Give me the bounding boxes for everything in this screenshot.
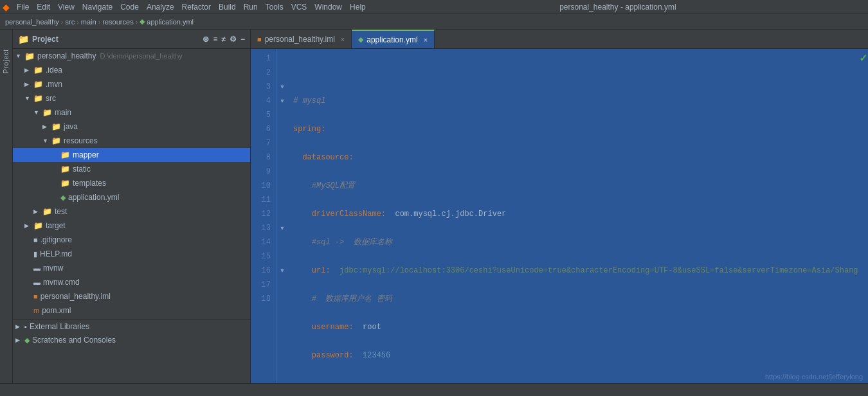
sidebar-item-static[interactable]: 📁 static bbox=[13, 162, 250, 176]
arrow-right-icon: ▶ bbox=[42, 123, 51, 130]
iml-tab-close[interactable]: × bbox=[341, 35, 345, 43]
sidebar-item-yml[interactable]: ◆ application.yml bbox=[13, 190, 250, 204]
sidebar-item-gitignore[interactable]: ■ .gitignore bbox=[13, 233, 250, 247]
git-label: .gitignore bbox=[41, 235, 72, 244]
mapper-folder-icon: 📁 bbox=[60, 150, 70, 159]
project-path: D:\demo\personal_healthy bbox=[100, 52, 182, 60]
tab-bar: ■ personal_healthy.iml × ◆ application.y… bbox=[251, 30, 868, 49]
templates-folder-icon: 📁 bbox=[60, 179, 70, 188]
pom-label: pom.xml bbox=[42, 306, 71, 315]
sidebar-item-mvn[interactable]: ▶ 📁 .mvn bbox=[13, 77, 250, 91]
test-folder-icon: 📁 bbox=[42, 207, 52, 216]
sidebar-item-resources[interactable]: ▼ 📁 resources bbox=[13, 134, 250, 148]
breadcrumb-yml-icon: ◆ bbox=[140, 17, 145, 26]
breadcrumb-project[interactable]: personal_healthy bbox=[5, 18, 59, 26]
main-folder-icon: 📁 bbox=[42, 108, 52, 117]
sidebar-item-java[interactable]: ▶ 📁 java bbox=[13, 120, 250, 134]
project-tab-label[interactable]: Project bbox=[3, 49, 10, 73]
tab-iml[interactable]: ■ personal_healthy.iml × bbox=[251, 30, 352, 48]
status-bar bbox=[0, 383, 868, 396]
target-folder-icon: 📁 bbox=[33, 221, 43, 230]
breadcrumb-sep4: › bbox=[136, 18, 138, 26]
project-name: personal_healthy bbox=[37, 51, 96, 60]
arrow-down-icon: ▼ bbox=[24, 95, 33, 102]
sidebar-item-iml[interactable]: ■ personal_healthy.iml bbox=[13, 289, 250, 303]
breadcrumb-yml[interactable]: application.yml bbox=[147, 18, 194, 26]
settings-icon[interactable]: ⚙ bbox=[230, 35, 237, 44]
resources-label: resources bbox=[64, 136, 98, 145]
arrow-down-icon: ▼ bbox=[33, 109, 42, 116]
java-label: java bbox=[64, 122, 78, 131]
menu-analyze[interactable]: Analyze bbox=[143, 3, 177, 12]
yml-tab-close[interactable]: × bbox=[424, 36, 428, 44]
code-line-9: # 数据库用户名 密码 bbox=[293, 292, 853, 306]
menu-build[interactable]: Build bbox=[215, 3, 239, 12]
menu-run[interactable]: Run bbox=[240, 3, 261, 12]
watermark: https://blog.csdn.net/jefferylong bbox=[765, 373, 863, 381]
breadcrumb-sep3: › bbox=[98, 18, 101, 26]
breadcrumb-sep1: › bbox=[61, 18, 64, 26]
idea-label: .idea bbox=[46, 66, 62, 75]
sidebar-item-mvnwcmd[interactable]: ▬ mvnw.cmd bbox=[13, 275, 250, 289]
check-mark-icon: ✓ bbox=[859, 51, 867, 66]
menu-navigate[interactable]: Navigate bbox=[79, 3, 116, 12]
menu-code[interactable]: Code bbox=[117, 3, 142, 12]
editor-area: ■ personal_healthy.iml × ◆ application.y… bbox=[251, 30, 868, 383]
resources-folder-icon: 📁 bbox=[51, 136, 61, 145]
scroll-from-source-icon[interactable]: ⊛ bbox=[203, 35, 209, 44]
collapse-all-icon[interactable]: ≠ bbox=[221, 35, 226, 44]
static-label: static bbox=[73, 165, 91, 174]
code-line-6: driverClassName: com.mysql.cj.jdbc.Drive… bbox=[293, 207, 853, 221]
test-arrow: ▶ bbox=[33, 208, 42, 215]
target-arrow: ▶ bbox=[24, 222, 33, 229]
code-line-10: username: root bbox=[293, 320, 853, 334]
code-line-3: spring: bbox=[293, 122, 853, 136]
sidebar-item-scratches[interactable]: ▶ ◆ Scratches and Consoles bbox=[13, 333, 250, 347]
menu-help[interactable]: Help bbox=[347, 3, 369, 12]
code-editor[interactable]: # mysql spring: datasource: #MySQL配置 dri… bbox=[288, 49, 858, 383]
menu-refactor[interactable]: Refactor bbox=[179, 3, 214, 12]
sidebar-item-test[interactable]: ▶ 📁 test bbox=[13, 204, 250, 219]
yml-tab-icon: ◆ bbox=[358, 35, 363, 44]
menu-vcs[interactable]: VCS bbox=[288, 3, 311, 12]
scratch-label: Scratches and Consoles bbox=[32, 336, 116, 345]
sidebar-item-idea[interactable]: ▶ 📁 .idea bbox=[13, 63, 250, 77]
sidebar-item-mvnw[interactable]: ▬ mvnw bbox=[13, 261, 250, 275]
expand-all-icon[interactable]: ≡ bbox=[213, 35, 217, 44]
sidebar-item-pom[interactable]: m pom.xml bbox=[13, 303, 250, 318]
code-line-5: #MySQL配置 bbox=[293, 179, 853, 193]
breadcrumb-src[interactable]: src bbox=[65, 18, 75, 26]
sidebar-item-main[interactable]: ▼ 📁 main bbox=[13, 105, 250, 120]
ext-label: External Libraries bbox=[30, 322, 89, 331]
breadcrumb-sep2: › bbox=[77, 18, 79, 26]
minimize-icon[interactable]: − bbox=[240, 35, 245, 44]
iml-label: personal_healthy.iml bbox=[41, 292, 111, 301]
arrow-down-icon: ▼ bbox=[42, 138, 51, 144]
sidebar-item-helpmd[interactable]: ▮ HELP.md bbox=[13, 247, 250, 261]
menu-bar: ◆ File Edit View Navigate Code Analyze R… bbox=[0, 0, 868, 14]
mvn-label: .mvn bbox=[46, 80, 62, 89]
menu-tools[interactable]: Tools bbox=[262, 3, 287, 12]
sidebar-item-external-libs[interactable]: ▶ ▪ External Libraries bbox=[13, 319, 250, 333]
tab-yml[interactable]: ◆ application.yml × bbox=[352, 30, 435, 48]
scratch-arrow: ▶ bbox=[15, 337, 24, 343]
sidebar: 📁 Project ⊛ ≡ ≠ ⚙ − ▼ 📁 personal_healthy bbox=[13, 30, 251, 383]
sidebar-folder-icon: 📁 bbox=[18, 34, 29, 44]
sidebar-item-templates[interactable]: 📁 templates bbox=[13, 176, 250, 190]
yml-tab-label: application.yml bbox=[366, 35, 417, 44]
sidebar-item-target[interactable]: ▶ 📁 target bbox=[13, 219, 250, 233]
menu-edit[interactable]: Edit bbox=[33, 3, 53, 12]
tree-item-root[interactable]: ▼ 📁 personal_healthy D:\demo\personal_he… bbox=[13, 49, 250, 63]
menu-file[interactable]: File bbox=[14, 3, 32, 12]
breadcrumb-resources[interactable]: resources bbox=[102, 18, 133, 26]
breadcrumb-main[interactable]: main bbox=[81, 18, 96, 26]
sidebar-item-src[interactable]: ▼ 📁 src bbox=[13, 91, 250, 105]
test-label: test bbox=[55, 207, 67, 216]
md-file-icon: ▮ bbox=[33, 250, 37, 258]
menu-window[interactable]: Window bbox=[311, 3, 345, 12]
menu-view[interactable]: View bbox=[55, 3, 78, 12]
editor-right-gutter: ✓ bbox=[858, 49, 868, 383]
sidebar-item-mapper[interactable]: 📁 mapper bbox=[13, 148, 250, 162]
arrow-right-icon: ▶ bbox=[24, 81, 33, 87]
src-folder-icon: 📁 bbox=[33, 94, 43, 103]
